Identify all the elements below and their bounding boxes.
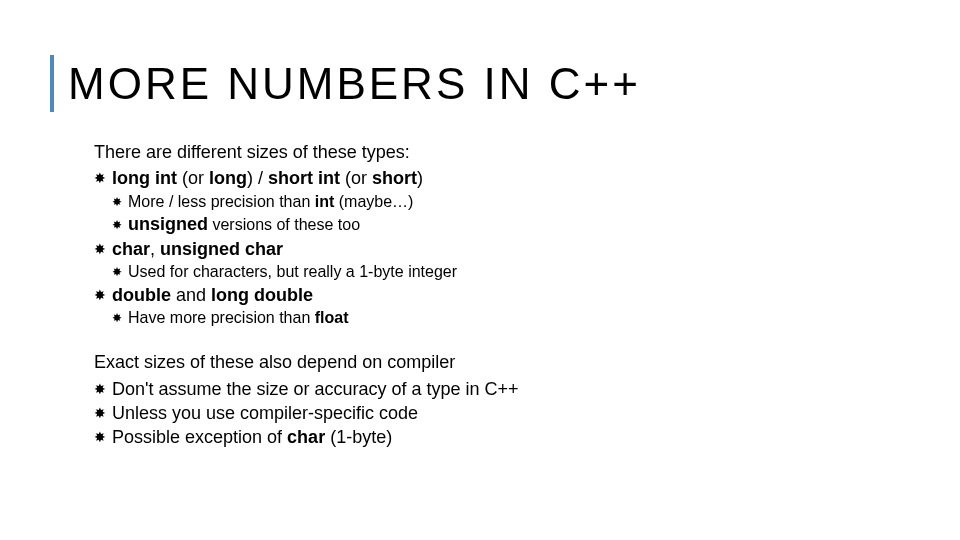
text: (or [340,168,372,188]
title-accent-bar [50,55,54,112]
bullet-unsigned: unsigned versions of these too [112,212,960,236]
text-int: int [315,193,335,210]
text: (or [177,168,209,188]
slide-title: MORE NUMBERS IN C++ [68,55,641,112]
bullet-char-desc: Used for characters, but really a 1-byte… [112,261,960,283]
slide-content: There are different sizes of these types… [50,140,960,449]
bullet-precision: More / less precision than int (maybe…) [112,191,960,213]
slide: MORE NUMBERS IN C++ There are different … [0,0,960,450]
text-char-kw: char [287,427,325,447]
text-long-int: long int [112,168,177,188]
paragraph-compiler: Exact sizes of these also depend on comp… [94,350,960,374]
text-unsigned-char: unsigned char [160,239,283,259]
text: versions of these too [208,216,360,233]
sub-list: More / less precision than int (maybe…) … [94,191,960,237]
text: Possible exception of [112,427,287,447]
bullet-list-2: Don't assume the size or accuracy of a t… [94,377,960,450]
text: More / less precision than [128,193,315,210]
text-double: double [112,285,171,305]
text-long: long [209,168,247,188]
text: ) / [247,168,268,188]
sub-list: Have more precision than float [94,307,960,329]
bullet-char: char, unsigned char Used for characters,… [94,237,960,283]
sub-list: Used for characters, but really a 1-byte… [94,261,960,283]
bullet-char-exception: Possible exception of char (1-byte) [94,425,960,449]
text: (maybe…) [334,193,413,210]
text: (1-byte) [325,427,392,447]
text-short-int: short int [268,168,340,188]
text: ) [417,168,423,188]
bullet-double: double and long double Have more precisi… [94,283,960,329]
text-long-double: long double [211,285,313,305]
paragraph-intro: There are different sizes of these types… [94,140,960,164]
text: Have more precision than [128,309,315,326]
text-short: short [372,168,417,188]
title-block: MORE NUMBERS IN C++ [50,55,960,112]
bullet-list-1: long int (or long) / short int (or short… [94,166,960,328]
bullet-float: Have more precision than float [112,307,960,329]
text-char: char [112,239,150,259]
text: and [171,285,211,305]
text-float-kw: float [315,309,349,326]
bullet-assume: Don't assume the size or accuracy of a t… [94,377,960,401]
text: , [150,239,160,259]
text-unsigned: unsigned [128,214,208,234]
bullet-compiler-code: Unless you use compiler-specific code [94,401,960,425]
bullet-long-short: long int (or long) / short int (or short… [94,166,960,236]
